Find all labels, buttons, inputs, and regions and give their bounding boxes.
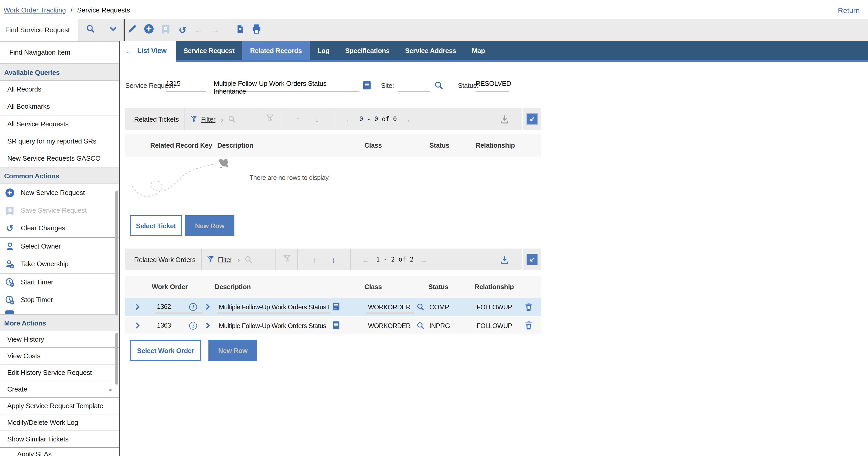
download-icon[interactable] xyxy=(500,255,509,264)
tab-map[interactable]: Map xyxy=(464,41,493,60)
tab-service-request[interactable]: Service Request xyxy=(176,41,242,60)
select-ticket-button[interactable]: Select Ticket xyxy=(130,215,182,236)
action-create[interactable]: Create ▸ xyxy=(0,381,120,398)
find-search-button[interactable] xyxy=(79,19,102,41)
tab-related-records[interactable]: Related Records xyxy=(242,41,310,60)
query-sr-my-reported[interactable]: SR query for my reported SRs xyxy=(0,132,120,150)
find-navigation-item[interactable]: Find Navigation Item xyxy=(0,41,120,63)
search-icon xyxy=(86,25,95,35)
status-select-icon[interactable] xyxy=(417,322,425,330)
tab-service-address[interactable]: Service Address xyxy=(397,41,464,60)
action-view-history[interactable]: View History xyxy=(0,331,120,348)
action-take-ownership[interactable]: Take Ownership xyxy=(0,255,120,273)
action-modify-delete-work-log[interactable]: Modify/Delete Work Log xyxy=(0,415,120,431)
filter-funnel-icon[interactable] xyxy=(190,115,197,123)
work-order-description[interactable]: Multiple Follow-Up Work Orders Status xyxy=(219,323,330,330)
previous-record-button[interactable]: ← xyxy=(192,19,205,41)
info-icon[interactable]: i xyxy=(189,322,197,330)
run-reports-button[interactable] xyxy=(234,19,246,41)
sidebar-scrollbar-thumb[interactable] xyxy=(115,191,118,315)
action-show-similar-tickets[interactable]: Show Similar Tickets xyxy=(0,431,120,448)
clear-changes-button[interactable]: ↺ xyxy=(176,19,189,41)
next-row-icon[interactable]: ↓ xyxy=(315,115,319,123)
query-all-service-requests[interactable]: All Service Requests xyxy=(0,115,120,132)
expand-row-icon[interactable] xyxy=(134,322,141,329)
query-new-sr-gasco[interactable]: New Service Requests GASCO xyxy=(0,150,120,167)
collapse-section-button[interactable]: ↙ xyxy=(527,254,538,265)
work-order-status[interactable]: INPRG xyxy=(429,322,450,330)
action-edit-history-service-request[interactable]: Edit History Service Request xyxy=(0,364,120,381)
delete-row-icon[interactable] xyxy=(525,321,532,330)
action-apply-sr-template[interactable]: Apply Service Request Template xyxy=(0,398,120,415)
action-select-owner[interactable]: Select Owner xyxy=(0,238,120,255)
save-button-disabled[interactable] xyxy=(159,19,172,41)
work-order-description[interactable]: Multiple Follow-Up Work Orders Status I xyxy=(219,304,330,311)
work-order-relationship[interactable]: FOLLOWUP xyxy=(476,304,512,311)
site-field[interactable] xyxy=(398,80,430,92)
work-order-class[interactable]: WORKORDER xyxy=(368,323,411,330)
chevron-right-icon[interactable]: › xyxy=(238,255,240,264)
action-view-costs[interactable]: View Costs xyxy=(0,348,120,364)
action-save-service-request[interactable]: Save Service Request xyxy=(0,202,120,219)
previous-page-icon[interactable]: ← xyxy=(362,255,370,264)
filter-link[interactable]: Filter xyxy=(201,115,215,123)
long-description-button[interactable] xyxy=(362,81,372,90)
print-button[interactable] xyxy=(250,19,262,41)
new-row-button-work-orders[interactable]: New Row xyxy=(209,340,257,361)
delete-row-icon[interactable] xyxy=(525,303,532,311)
work-order-status[interactable]: COMP xyxy=(429,303,449,311)
work-order-id[interactable]: 1363 xyxy=(157,322,171,329)
work-order-id[interactable]: 1362 xyxy=(157,303,171,310)
collapse-section-button[interactable]: ↙ xyxy=(527,113,538,125)
previous-row-icon[interactable]: ↑ xyxy=(313,255,316,264)
find-service-request-input[interactable]: Find Service Request xyxy=(0,19,79,41)
filter-link[interactable]: Filter xyxy=(218,255,232,263)
clear-filter-cell[interactable] xyxy=(276,248,297,270)
new-record-button[interactable] xyxy=(143,19,155,41)
filter-funnel-icon[interactable] xyxy=(207,256,214,263)
tab-log[interactable]: Log xyxy=(310,41,337,60)
action-apply-slas-clipped[interactable]: Apply SLAs xyxy=(0,448,120,456)
search-rows-icon[interactable] xyxy=(228,115,236,123)
long-description-icon[interactable] xyxy=(333,321,339,329)
select-work-order-button[interactable]: Select Work Order xyxy=(130,340,201,361)
download-icon[interactable] xyxy=(500,114,509,124)
long-description-icon[interactable] xyxy=(333,303,339,310)
info-icon[interactable]: i xyxy=(189,303,197,311)
goto-record-icon[interactable] xyxy=(204,322,211,329)
query-all-bookmarks[interactable]: All Bookmarks xyxy=(0,98,120,115)
previous-page-icon[interactable]: ← xyxy=(345,115,353,123)
status-field[interactable]: RESOLVED xyxy=(475,80,509,92)
edit-button[interactable] xyxy=(126,19,138,41)
work-order-row[interactable]: 1362 i Multiple Follow-Up Work Orders St… xyxy=(125,298,541,316)
tab-list-view[interactable]: ← List View xyxy=(120,41,176,60)
advanced-search-dropdown[interactable] xyxy=(102,19,124,41)
next-record-button[interactable]: → xyxy=(209,19,221,41)
return-link[interactable]: Return xyxy=(838,6,860,14)
new-row-button-tickets[interactable]: New Row xyxy=(185,215,235,236)
action-clear-changes[interactable]: ↺ Clear Changes xyxy=(0,219,120,237)
next-page-icon[interactable]: → xyxy=(403,115,411,123)
chevron-right-icon[interactable]: › xyxy=(221,115,223,123)
next-page-icon[interactable]: → xyxy=(420,255,428,264)
tab-specifications[interactable]: Specifications xyxy=(337,41,397,60)
action-start-timer[interactable]: Start Timer xyxy=(0,273,120,291)
service-request-description-field[interactable]: Multiple Follow-Up Work Orders Status In… xyxy=(214,80,359,92)
next-row-icon[interactable]: ↓ xyxy=(332,255,336,264)
goto-record-icon[interactable] xyxy=(204,303,211,310)
clear-filter-cell[interactable] xyxy=(259,108,281,130)
action-stop-timer[interactable]: Stop Timer xyxy=(0,291,120,309)
work-order-relationship[interactable]: FOLLOWUP xyxy=(476,323,512,330)
action-new-service-request[interactable]: New Service Request xyxy=(0,184,120,202)
work-order-class[interactable]: WORKORDER xyxy=(368,304,411,311)
breadcrumb-link-work-order-tracking[interactable]: Work Order Tracking xyxy=(4,6,66,14)
expand-row-icon[interactable] xyxy=(134,303,141,310)
search-rows-icon[interactable] xyxy=(245,255,253,263)
query-all-records[interactable]: All Records xyxy=(0,81,120,98)
work-order-row[interactable]: 1363 i Multiple Follow-Up Work Orders St… xyxy=(125,317,541,334)
service-request-id-field[interactable]: 1315 xyxy=(166,80,206,92)
status-select-icon[interactable] xyxy=(417,303,425,311)
previous-row-icon[interactable]: ↑ xyxy=(296,115,300,123)
site-select-button[interactable] xyxy=(434,81,443,90)
sidebar-scrollbar-thumb-2[interactable] xyxy=(115,333,118,385)
